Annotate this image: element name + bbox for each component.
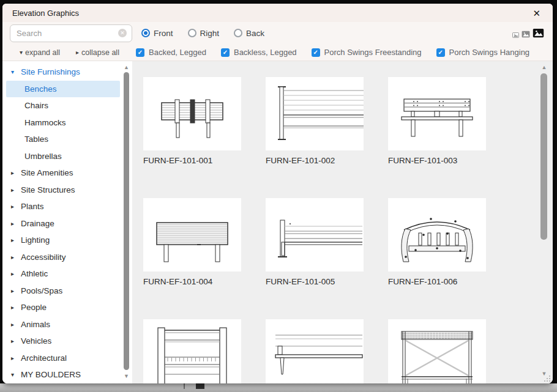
sidebar-item-plants[interactable]: ▸Plants (6, 198, 120, 215)
library-item (266, 319, 364, 383)
sidebar-item-drainage[interactable]: ▸Drainage (6, 215, 120, 232)
bench-003-thumbnail[interactable] (388, 77, 486, 150)
sidebar-item-label: Site Amenities (21, 168, 73, 177)
background-app-strip (0, 383, 557, 392)
scroll-up-icon[interactable]: ▲ (539, 64, 550, 71)
elevation-graphics-dialog: Elevation Graphics ✕ ✕ FrontRightBack ▾ … (2, 4, 553, 383)
sidebar-item-vehicles[interactable]: ▸Vehicles (6, 333, 120, 350)
bench-004-thumbnail[interactable] (143, 198, 241, 272)
sidebar-item-my-boulders[interactable]: ▾MY BOULDERS (6, 366, 120, 383)
sidebar-item-lighting[interactable]: ▸Lighting (6, 232, 120, 249)
thumbnail-size-icons (512, 28, 544, 38)
triangle-right-icon: ▸ (11, 338, 21, 344)
bench-008-thumbnail[interactable] (266, 319, 364, 383)
sidebar-item-label: Plants (21, 202, 44, 211)
checkbox-checked-icon: ✓ (312, 48, 320, 57)
bench-009-thumbnail[interactable] (388, 319, 486, 383)
collapse-all-label: collapse all (81, 48, 119, 57)
sidebar-item-label: Site Furnishings (21, 67, 80, 76)
view-radio-front[interactable]: Front (141, 29, 173, 38)
filter-checkbox-2[interactable]: ✓Porch Swings Freestanding (312, 48, 422, 57)
triangle-down-icon: ▾ (11, 68, 21, 75)
view-radio-right[interactable]: Right (188, 29, 220, 38)
scroll-up-icon[interactable]: ▲ (122, 64, 130, 71)
bench-006-thumbnail[interactable] (388, 198, 486, 272)
sidebar-item-hammocks[interactable]: Hammocks (6, 114, 120, 131)
background-app-divider (184, 383, 185, 389)
titlebar: Elevation Graphics ✕ (2, 4, 553, 22)
checkbox-checked-icon: ✓ (221, 48, 230, 57)
bench-001-thumbnail[interactable] (143, 77, 241, 150)
close-icon[interactable]: ✕ (530, 7, 543, 19)
sidebar-scrollbar-thumb[interactable] (124, 72, 129, 370)
sidebar-item-accessibility[interactable]: ▸Accessibility (6, 249, 120, 266)
triangle-right-icon: ▸ (11, 304, 21, 311)
triangle-right-icon: ▸ (11, 237, 21, 243)
results-scrollbar-thumb[interactable] (540, 73, 547, 240)
category-tree: ▾Site FurnishingsBenchesChairsHammocksTa… (6, 64, 132, 383)
library-item: FURN-EF-101-005 (266, 198, 364, 286)
thumbnail-size-large-icon[interactable] (533, 28, 544, 38)
bench-005-thumbnail[interactable] (266, 198, 364, 272)
filter-label: Backed, Legged (149, 48, 206, 57)
sidebar-item-chairs[interactable]: Chairs (6, 97, 120, 114)
sidebar-item-label: Architectural (21, 353, 67, 363)
radio-label: Right (200, 29, 220, 38)
collapse-all-link[interactable]: ▸ collapse all (76, 48, 119, 57)
sidebar-item-label: Animals (21, 320, 50, 329)
filter-label: Porch Swings Freestanding (324, 48, 422, 57)
sidebar-item-site-furnishings[interactable]: ▾Site Furnishings (6, 64, 120, 81)
sidebar-item-architectural[interactable]: ▸Architectural (6, 350, 120, 367)
expand-all-link[interactable]: ▾ expand all (20, 48, 60, 57)
library-item (143, 319, 241, 383)
sidebar-item-label: People (21, 303, 47, 312)
view-radio-back[interactable]: Back (234, 29, 264, 38)
scroll-down-icon[interactable]: ▼ (122, 372, 130, 380)
library-item: FURN-EF-101-001 (143, 77, 241, 165)
triangle-right-icon: ▸ (11, 220, 21, 227)
search-box[interactable]: ✕ (10, 24, 132, 42)
triangle-right-icon: ▸ (11, 270, 21, 277)
resize-grip[interactable] (544, 375, 551, 382)
bench-007-thumbnail[interactable] (143, 319, 241, 383)
filter-checkbox-1[interactable]: ✓Backless, Legged (221, 48, 297, 57)
item-id-label: FURN-EF-101-006 (388, 277, 486, 286)
sidebar-scrollbar[interactable]: ▲ ▼ (122, 64, 130, 380)
filter-checkbox-3[interactable]: ✓Porch Swings Hanging (436, 48, 530, 57)
sidebar-item-label: Tables (24, 135, 48, 144)
tree-controls: ▾ expand all ▸ collapse all (10, 48, 136, 57)
sidebar-item-athletic[interactable]: ▸Athletic (6, 265, 120, 283)
sidebar-item-label: Pools/Spas (21, 286, 62, 295)
filter-bar: ▾ expand all ▸ collapse all ✓Backed, Leg… (2, 44, 553, 61)
search-clear-icon[interactable]: ✕ (118, 29, 127, 37)
sidebar-item-animals[interactable]: ▸Animals (6, 316, 120, 333)
sidebar-item-label: Vehicles (21, 336, 51, 346)
sidebar-item-site-structures[interactable]: ▸Site Structures (6, 182, 120, 199)
sidebar-item-site-amenities[interactable]: ▸Site Amenities (6, 165, 120, 182)
thumbnail-size-small-icon[interactable] (512, 32, 519, 38)
thumbnail-size-medium-icon[interactable] (521, 31, 530, 38)
radio-label: Back (246, 29, 264, 38)
filter-label: Porch Swings Hanging (449, 48, 530, 57)
triangle-down-icon: ▾ (11, 371, 21, 378)
checkbox-checked-icon: ✓ (436, 48, 445, 57)
sidebar-item-umbrellas[interactable]: Umbrellas (6, 148, 120, 165)
filter-checkbox-0[interactable]: ✓Backed, Legged (136, 48, 206, 57)
toolbar: ✕ FrontRightBack (2, 22, 553, 44)
sidebar-item-tables[interactable]: Tables (6, 131, 120, 148)
filter-checkboxes: ✓Backed, Legged✓Backless, Legged✓Porch S… (136, 48, 529, 57)
search-input[interactable] (17, 29, 118, 38)
sidebar-item-people[interactable]: ▸People (6, 299, 120, 316)
sidebar-item-label: Drainage (21, 219, 54, 228)
triangle-right-icon: ▸ (11, 254, 21, 261)
triangle-down-icon: ▾ (20, 49, 23, 56)
triangle-right-icon: ▸ (11, 187, 21, 193)
bench-002-thumbnail[interactable] (266, 77, 364, 150)
results-scrollbar[interactable]: ▲ ▼ (539, 64, 550, 377)
sidebar-item-label: Athletic (21, 269, 48, 278)
radio-icon (141, 29, 150, 37)
item-id-label: FURN-EF-101-002 (266, 156, 364, 165)
triangle-right-icon: ▸ (11, 355, 21, 361)
sidebar-item-pools-spas[interactable]: ▸Pools/Spas (6, 283, 120, 300)
sidebar-item-benches[interactable]: Benches (6, 81, 120, 98)
